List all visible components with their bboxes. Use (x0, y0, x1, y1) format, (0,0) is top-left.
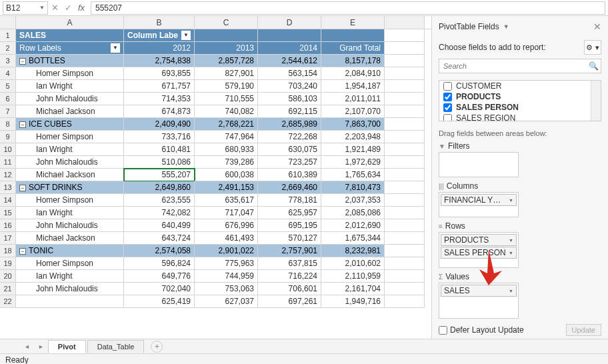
row-header[interactable]: 10 (0, 143, 16, 156)
row-header[interactable]: 15 (0, 207, 16, 219)
col-header-e[interactable]: E (321, 16, 385, 29)
col-header-a[interactable]: A (16, 16, 124, 29)
person-cell[interactable]: Homer Simpson (16, 131, 124, 143)
person-cell[interactable]: Homer Simpson (16, 67, 124, 80)
collapse-icon[interactable]: − (19, 248, 26, 255)
person-cell[interactable]: Homer Simpson (16, 194, 124, 207)
fx-icon[interactable]: fx (75, 3, 88, 13)
chevron-down-icon[interactable]: ▼ (39, 5, 45, 11)
add-sheet-button[interactable]: + (151, 341, 163, 353)
field-customer[interactable]: CUSTOMER (439, 81, 601, 91)
row-header[interactable]: 20 (0, 270, 16, 283)
col-header-f[interactable] (385, 16, 425, 29)
collapse-icon[interactable]: − (19, 58, 26, 65)
spreadsheet-grid[interactable]: A B C D E 1SALESColumn Labe▼2Row Labels▼… (0, 16, 431, 339)
value-cell[interactable]: 733,716 (124, 131, 195, 143)
columns-box[interactable]: FINANCIAL Y…▼ (439, 192, 519, 217)
columns-area[interactable]: |||Columns FINANCIAL Y…▼ (439, 181, 519, 217)
row-header[interactable]: 14 (0, 194, 16, 207)
row-header[interactable]: 12 (0, 169, 16, 181)
col-header-c[interactable]: C (195, 16, 258, 29)
row-labels[interactable]: Row Labels▼ (16, 42, 124, 55)
formula-input[interactable]: 555207 (91, 1, 605, 15)
value-cell[interactable]: 643,724 (124, 232, 195, 245)
value-cell[interactable]: 671,757 (124, 80, 195, 93)
tab-data-table[interactable]: Data_Table (87, 340, 145, 353)
rows-area[interactable]: ≡Rows PRODUCTS▼ SALES PERSON▼ (439, 221, 519, 268)
row-header[interactable]: 1 (0, 29, 16, 42)
chevron-down-icon[interactable]: ▼ (509, 251, 513, 255)
person-cell[interactable]: Michael Jackson (16, 232, 124, 245)
chevron-down-icon[interactable]: ▼ (509, 289, 513, 293)
filter-dropdown-icon[interactable]: ▼ (111, 43, 120, 53)
chevron-down-icon[interactable]: ▼ (509, 238, 513, 243)
value-chip-sales[interactable]: SALES▼ (441, 285, 517, 297)
row-chip-salesperson[interactable]: SALES PERSON▼ (441, 247, 517, 259)
row-chip-products[interactable]: PRODUCTS▼ (441, 234, 517, 246)
field-products[interactable]: PRODUCTS (439, 91, 601, 102)
collapse-icon[interactable]: − (19, 121, 26, 128)
filter-dropdown-icon[interactable]: ▼ (181, 31, 191, 40)
defer-checkbox[interactable] (439, 326, 447, 335)
chevron-down-icon[interactable]: ▼ (509, 198, 513, 203)
col-header-b[interactable]: B (124, 16, 195, 29)
scrollbar[interactable] (591, 81, 601, 121)
tab-nav-first[interactable]: ◄ (20, 343, 34, 350)
value-cell[interactable]: 640,499 (124, 219, 195, 232)
row-header[interactable]: 18 (0, 245, 16, 257)
value-cell[interactable]: 623,555 (124, 194, 195, 207)
person-cell[interactable]: Michael Jackson (16, 169, 124, 181)
search-icon[interactable]: 🔍 (586, 59, 601, 73)
field-checkbox[interactable] (443, 82, 452, 91)
filters-box[interactable] (439, 152, 519, 177)
tab-nav-last[interactable]: ► (34, 343, 48, 350)
row-header[interactable]: 21 (0, 283, 16, 295)
person-cell[interactable]: Ian Wright (16, 80, 124, 93)
search-input[interactable] (439, 59, 586, 73)
value-cell[interactable]: 742,082 (124, 207, 195, 219)
field-checkbox[interactable] (443, 114, 452, 122)
field-list[interactable]: CUSTOMERPRODUCTSSALES PERSONSALES REGION… (439, 80, 601, 121)
group-row[interactable]: −BOTTLES (16, 55, 124, 67)
update-button[interactable]: Update (566, 324, 601, 336)
column-chip[interactable]: FINANCIAL Y…▼ (441, 194, 517, 206)
row-header[interactable]: 6 (0, 93, 16, 105)
person-cell[interactable]: John Michaloudis (16, 156, 124, 169)
row-header[interactable]: 2 (0, 42, 16, 55)
collapse-icon[interactable]: − (19, 185, 26, 191)
row-header[interactable]: 22 (0, 295, 16, 308)
value-cell[interactable]: 714,353 (124, 93, 195, 105)
row-header[interactable]: 19 (0, 257, 16, 270)
value-cell[interactable]: 649,776 (124, 270, 195, 283)
row-header[interactable]: 4 (0, 67, 16, 80)
value-cell[interactable]: 693,855 (124, 67, 195, 80)
person-cell[interactable]: John Michaloudis (16, 219, 124, 232)
filters-area[interactable]: ▼Filters (439, 141, 519, 177)
person-cell[interactable]: Ian Wright (16, 207, 124, 219)
row-header[interactable]: 17 (0, 232, 16, 245)
row-header[interactable]: 11 (0, 156, 16, 169)
row-header[interactable]: 5 (0, 80, 16, 93)
value-cell[interactable]: 674,873 (124, 105, 195, 118)
chevron-down-icon[interactable]: ▼ (503, 23, 509, 30)
group-row[interactable]: −SOFT DRINKS (16, 181, 124, 194)
select-all-corner[interactable] (0, 16, 16, 29)
row-header[interactable]: 13 (0, 181, 16, 194)
field-sales-person[interactable]: SALES PERSON (439, 102, 601, 113)
values-box[interactable]: SALES▼ (439, 283, 519, 319)
value-cell[interactable]: 555,207 (124, 169, 195, 181)
value-cell[interactable]: 510,086 (124, 156, 195, 169)
person-cell[interactable]: Michael Jackson (16, 105, 124, 118)
group-row[interactable]: −TONIC (16, 245, 124, 257)
name-box[interactable]: B12▼ (3, 1, 48, 15)
row-header[interactable]: 3 (0, 55, 16, 67)
values-area[interactable]: ΣValues SALES▼ (439, 272, 519, 319)
field-sales-region[interactable]: SALES REGION (439, 113, 601, 121)
gear-icon[interactable]: ⚙ ▾ (584, 40, 601, 55)
person-cell[interactable]: Ian Wright (16, 143, 124, 156)
tab-pivot[interactable]: Pivot (48, 340, 86, 353)
rows-box[interactable]: PRODUCTS▼ SALES PERSON▼ (439, 232, 519, 268)
close-icon[interactable]: ✕ (593, 21, 601, 32)
value-cell[interactable]: 702,040 (124, 283, 195, 295)
row-header[interactable]: 16 (0, 219, 16, 232)
